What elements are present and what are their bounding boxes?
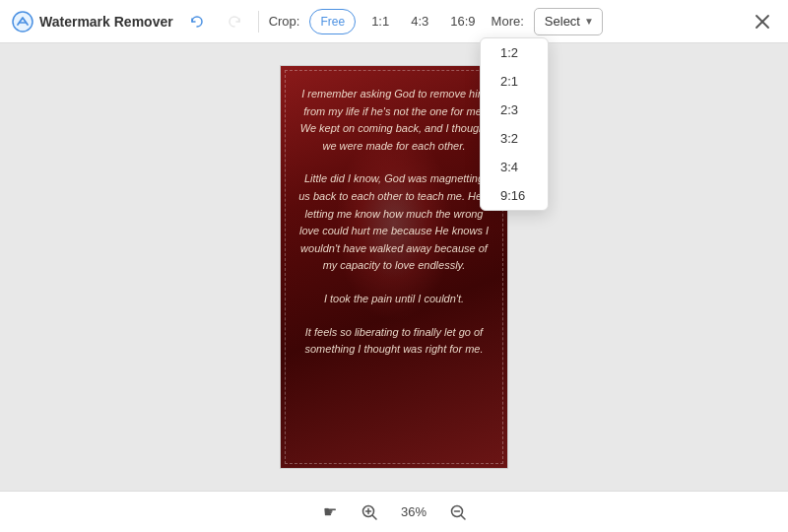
ratio-1-1-button[interactable]: 1:1 — [365, 10, 395, 33]
image-text-1: I remember asking God to remove him from… — [298, 86, 490, 155]
ratio-16-9-button[interactable]: 16:9 — [444, 10, 481, 33]
app-logo: Watermark Remover — [12, 11, 173, 33]
ratio-4-3-button[interactable]: 4:3 — [405, 10, 434, 33]
app-title: Watermark Remover — [39, 14, 173, 30]
toolbar: Watermark Remover Crop: Free 1:1 4:3 16:… — [0, 0, 788, 43]
crop-label: Crop: — [269, 14, 300, 29]
svg-line-6 — [373, 515, 377, 519]
image-text-3: I took the pain until I couldn't. — [298, 291, 490, 308]
svg-line-9 — [462, 515, 466, 519]
hand-tool-icon[interactable]: ☛ — [317, 499, 343, 525]
dropdown-item-1-2[interactable]: 1:2 — [481, 38, 548, 67]
dropdown-arrow-icon: ▼ — [584, 16, 594, 27]
undo-button[interactable] — [183, 8, 211, 35]
image-container: I remember asking God to remove him from… — [280, 65, 508, 469]
status-bar: ☛ 36% — [0, 491, 788, 532]
dropdown-item-3-2[interactable]: 3:2 — [481, 124, 548, 153]
select-label: Select — [545, 14, 580, 29]
dropdown-menu: 1:2 2:1 2:3 3:2 3:4 9:16 — [480, 37, 549, 211]
more-label: More: — [492, 14, 524, 29]
zoom-out-button[interactable] — [445, 499, 471, 525]
dropdown-item-2-3[interactable]: 2:3 — [481, 96, 548, 124]
close-button[interactable] — [749, 8, 776, 35]
select-dropdown[interactable]: Select ▼ — [534, 8, 603, 35]
zoom-level: 36% — [396, 504, 431, 519]
free-crop-button[interactable]: Free — [309, 9, 356, 34]
dropdown-item-3-4[interactable]: 3:4 — [481, 153, 548, 181]
canvas-area: I remember asking God to remove him from… — [0, 43, 788, 491]
toolbar-divider — [258, 11, 259, 33]
image-display: I remember asking God to remove him from… — [280, 65, 508, 469]
svg-point-0 — [13, 12, 33, 32]
image-text-overlay: I remember asking God to remove him from… — [281, 66, 507, 378]
image-text-2: Little did I know, God was magnetting us… — [298, 170, 490, 275]
dropdown-item-9-16[interactable]: 9:16 — [481, 181, 548, 210]
redo-button[interactable] — [221, 8, 248, 35]
image-text-4: It feels so liberating to finally let go… — [298, 324, 490, 359]
logo-icon — [12, 11, 33, 33]
dropdown-item-2-1[interactable]: 2:1 — [481, 67, 548, 96]
zoom-in-button[interactable] — [357, 499, 382, 525]
